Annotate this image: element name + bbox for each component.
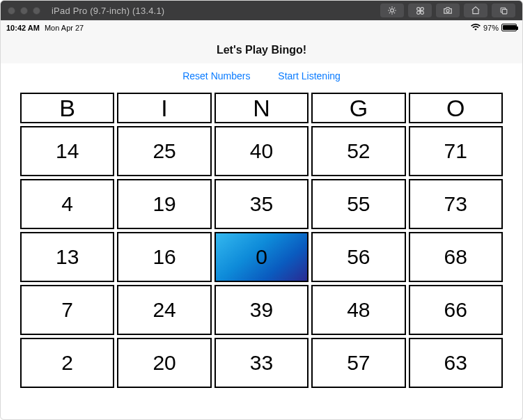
bingo-row: 7 24 39 48 66 bbox=[20, 285, 503, 335]
bingo-header-b: B bbox=[20, 93, 114, 123]
reset-numbers-link[interactable]: Reset Numbers bbox=[182, 70, 250, 81]
svg-rect-2 bbox=[502, 9, 507, 13]
bingo-cell[interactable]: 16 bbox=[117, 232, 211, 282]
bingo-cell[interactable]: 56 bbox=[311, 232, 405, 282]
bingo-row: 4 19 35 55 73 bbox=[20, 179, 503, 229]
bingo-cell[interactable]: 33 bbox=[214, 338, 309, 388]
bingo-cell[interactable]: 71 bbox=[409, 126, 503, 176]
bingo-cell[interactable]: 40 bbox=[214, 126, 309, 176]
start-listening-link[interactable]: Start Listening bbox=[278, 70, 341, 81]
bingo-cell[interactable]: 2 bbox=[20, 338, 114, 388]
bingo-row: 2 20 33 57 63 bbox=[20, 338, 503, 388]
bingo-cell[interactable]: 73 bbox=[409, 179, 503, 229]
status-right: 97% bbox=[471, 23, 517, 32]
copy-icon[interactable] bbox=[492, 3, 515, 17]
bingo-cell-free[interactable]: 0 bbox=[214, 232, 309, 282]
bingo-row: 13 16 0 56 68 bbox=[20, 232, 503, 282]
toolbar-buttons bbox=[380, 3, 515, 17]
bingo-header-g: G bbox=[311, 93, 405, 123]
ios-status-bar: 10:42 AM Mon Apr 27 97% bbox=[1, 20, 522, 34]
home-icon[interactable] bbox=[464, 3, 487, 17]
bingo-header-i: I bbox=[117, 93, 211, 123]
bingo-card: B I N G O 14 25 40 52 71 4 19 bbox=[1, 90, 522, 405]
bingo-cell[interactable]: 57 bbox=[311, 338, 405, 388]
bingo-cell[interactable]: 24 bbox=[117, 285, 211, 335]
simulator-window: iPad Pro (9.7-inch) (13.4.1) 10:42 AM Mo… bbox=[0, 0, 523, 420]
bingo-cell[interactable]: 19 bbox=[117, 179, 211, 229]
status-date: Mon Apr 27 bbox=[45, 24, 84, 32]
page-title: Let's Play Bingo! bbox=[1, 44, 522, 56]
bingo-cell[interactable]: 20 bbox=[117, 338, 211, 388]
bingo-cell[interactable]: 39 bbox=[214, 285, 309, 335]
camera-icon[interactable] bbox=[436, 3, 460, 17]
bingo-cell[interactable]: 4 bbox=[20, 179, 114, 229]
svg-point-1 bbox=[446, 10, 449, 13]
bingo-row: 14 25 40 52 71 bbox=[20, 126, 503, 176]
bingo-cell[interactable]: 68 bbox=[409, 232, 503, 282]
status-time-date: 10:42 AM Mon Apr 27 bbox=[6, 24, 84, 32]
zoom-icon[interactable] bbox=[33, 7, 40, 15]
bingo-header-o: O bbox=[409, 93, 503, 123]
window-titlebar: iPad Pro (9.7-inch) (13.4.1) bbox=[1, 1, 522, 20]
bingo-cell[interactable]: 55 bbox=[311, 179, 405, 229]
wifi-icon bbox=[471, 23, 481, 32]
battery-pct: 97% bbox=[483, 24, 499, 32]
bingo-cell[interactable]: 48 bbox=[311, 285, 405, 335]
close-icon[interactable] bbox=[8, 7, 15, 15]
bingo-cell[interactable]: 7 bbox=[20, 285, 114, 335]
bingo-table: B I N G O 14 25 40 52 71 4 19 bbox=[17, 90, 506, 391]
window-title: iPad Pro (9.7-inch) (13.4.1) bbox=[52, 6, 164, 16]
svg-point-0 bbox=[391, 9, 394, 13]
minimize-icon[interactable] bbox=[20, 7, 28, 15]
bingo-header-row: B I N G O bbox=[20, 93, 503, 123]
command-icon[interactable] bbox=[408, 3, 432, 17]
bingo-cell[interactable]: 25 bbox=[117, 126, 211, 176]
bingo-cell[interactable]: 35 bbox=[214, 179, 309, 229]
bingo-cell[interactable]: 66 bbox=[409, 285, 503, 335]
battery-icon bbox=[501, 24, 517, 31]
traffic-lights bbox=[8, 7, 40, 15]
action-links: Reset Numbers Start Listening bbox=[1, 63, 522, 90]
bingo-cell[interactable]: 14 bbox=[20, 126, 114, 176]
bingo-cell[interactable]: 52 bbox=[311, 126, 405, 176]
app-header: Let's Play Bingo! bbox=[1, 34, 522, 63]
brightness-icon[interactable] bbox=[380, 3, 404, 17]
status-time: 10:42 AM bbox=[6, 24, 40, 32]
bingo-cell[interactable]: 13 bbox=[20, 232, 114, 282]
bingo-cell[interactable]: 63 bbox=[409, 338, 503, 388]
bingo-header-n: N bbox=[214, 93, 309, 123]
